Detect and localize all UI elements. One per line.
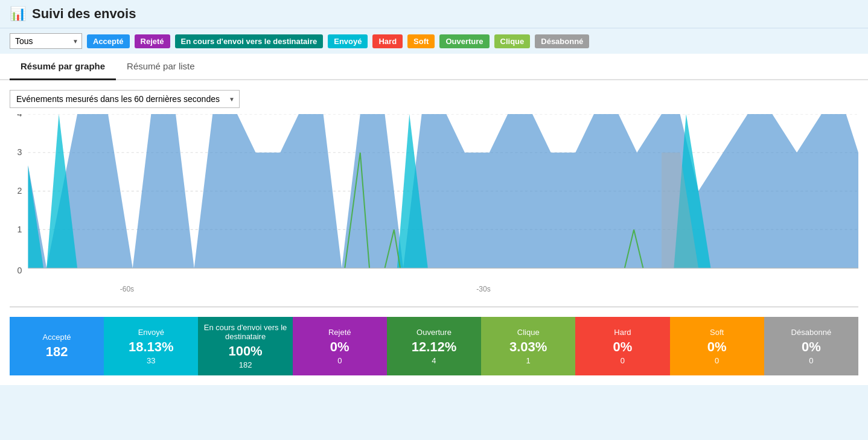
chart-svg: 4 3 2 1 0 <box>10 114 858 307</box>
svg-marker-10 <box>28 114 858 268</box>
stat-en-cours-value: 100% <box>228 343 262 359</box>
stat-soft-title: Soft <box>710 328 724 337</box>
stat-desabonne-sub: 0 <box>809 356 813 365</box>
stat-rejete: Rejeté 0% 0 <box>293 317 387 375</box>
stat-rejete-title: Rejeté <box>328 328 351 337</box>
badge-hard[interactable]: Hard <box>372 34 403 48</box>
stat-clique-title: Clique <box>517 328 540 337</box>
svg-text:2: 2 <box>17 186 22 196</box>
stat-envoye-sub: 33 <box>147 356 155 365</box>
stat-desabonne-value: 0% <box>802 339 821 355</box>
filter-select[interactable]: Tous <box>10 33 82 49</box>
badge-ouverture[interactable]: Ouverture <box>439 34 489 48</box>
svg-text:4: 4 <box>17 114 22 118</box>
stat-en-cours-sub: 182 <box>239 360 252 369</box>
stats-row: Accepté 182 Envoyé 18.13% 33 En cours d'… <box>10 317 858 375</box>
stat-accepte-title: Accepté <box>43 333 71 342</box>
stat-envoye-value: 18.13% <box>129 339 174 355</box>
badge-en-cours[interactable]: En cours d'envoi vers le destinataire <box>175 34 324 48</box>
filter-select-wrapper[interactable]: Tous <box>10 33 82 49</box>
stat-soft: Soft 0% 0 <box>670 317 764 375</box>
stat-soft-sub: 0 <box>715 356 719 365</box>
dropdown-row: Evénements mesurés dans les 60 dernières… <box>10 90 858 108</box>
svg-marker-11 <box>28 165 43 268</box>
stat-soft-value: 0% <box>707 339 727 355</box>
page-title: Suivi des envois <box>32 6 136 22</box>
stat-desabonne-title: Désabonné <box>791 328 832 337</box>
badge-desabonne[interactable]: Désabonné <box>535 34 589 48</box>
stat-en-cours-title: En cours d'envoi vers le destinataire <box>203 323 287 341</box>
event-dropdown-wrapper[interactable]: Evénements mesurés dans les 60 dernières… <box>10 90 240 108</box>
stat-ouverture-value: 12.12% <box>412 339 457 355</box>
stat-envoye: Envoyé 18.13% 33 <box>104 317 198 375</box>
stat-hard-value: 0% <box>613 339 633 355</box>
event-dropdown[interactable]: Evénements mesurés dans les 60 dernières… <box>10 90 240 108</box>
badge-accepte[interactable]: Accepté <box>87 34 130 48</box>
page-header: 📊 Suivi des envois <box>0 0 868 28</box>
svg-text:0: 0 <box>17 265 22 275</box>
stat-accepte-value: 182 <box>46 344 68 360</box>
stat-envoye-title: Envoyé <box>138 328 164 337</box>
tab-resume-liste[interactable]: Résumé par liste <box>116 54 206 80</box>
tabs-container: Résumé par graphe Résumé par liste <box>0 54 868 80</box>
stat-ouverture: Ouverture 12.12% 4 <box>387 317 481 375</box>
chart-area: -60s -30s 4 3 2 1 0 <box>10 114 858 307</box>
stat-rejete-value: 0% <box>330 339 349 355</box>
stat-rejete-sub: 0 <box>337 356 342 365</box>
badge-rejete[interactable]: Rejeté <box>135 34 170 48</box>
stat-ouverture-title: Ouverture <box>416 328 452 337</box>
stat-clique-value: 3.03% <box>509 339 547 355</box>
toolbar: Tous Accepté Rejeté En cours d'envoi ver… <box>0 28 868 54</box>
stat-accepte: Accepté 182 <box>10 317 104 375</box>
stat-en-cours: En cours d'envoi vers le destinataire 10… <box>198 317 292 375</box>
svg-text:1: 1 <box>17 224 22 234</box>
header-icon: 📊 <box>10 6 26 22</box>
stat-clique: Clique 3.03% 1 <box>481 317 575 375</box>
badge-clique[interactable]: Clique <box>494 34 531 48</box>
stat-hard-title: Hard <box>614 328 631 337</box>
badge-soft[interactable]: Soft <box>407 34 435 48</box>
stat-hard-sub: 0 <box>621 356 625 365</box>
stat-clique-sub: 1 <box>526 356 531 365</box>
badge-envoye[interactable]: Envoyé <box>328 34 368 48</box>
svg-text:3: 3 <box>17 147 22 157</box>
stat-ouverture-sub: 4 <box>432 356 436 365</box>
stat-desabonne: Désabonné 0% 0 <box>764 317 858 375</box>
main-content: Evénements mesurés dans les 60 dernières… <box>0 80 868 385</box>
x-label-60s: -60s <box>120 285 134 293</box>
stat-hard: Hard 0% 0 <box>575 317 669 375</box>
tab-resume-graphe[interactable]: Résumé par graphe <box>10 54 116 80</box>
x-label-30s: -30s <box>476 285 490 293</box>
